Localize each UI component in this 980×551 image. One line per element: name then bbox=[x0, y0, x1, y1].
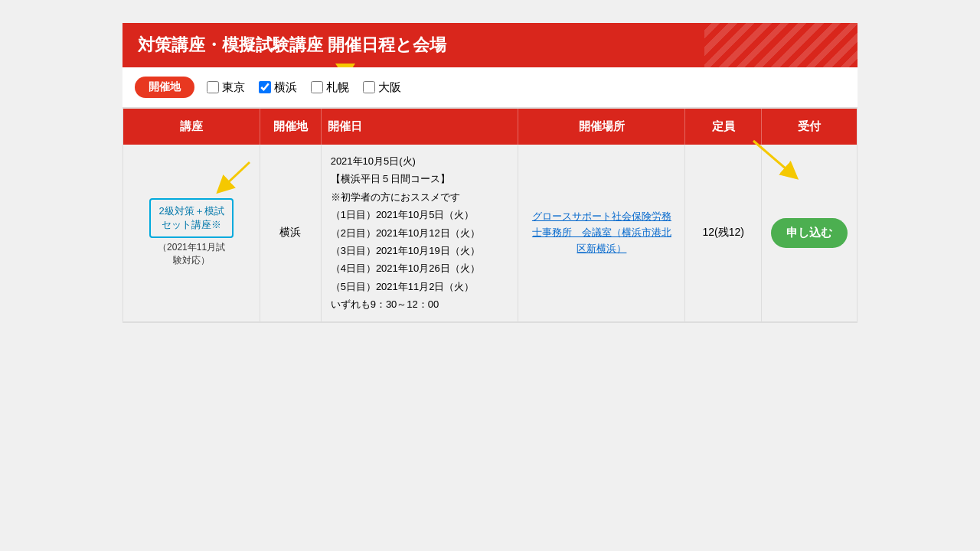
checkbox-tokyo-label: 東京 bbox=[222, 80, 245, 95]
arrow-course-svg bbox=[215, 158, 253, 197]
checkbox-osaka[interactable]: 大阪 bbox=[363, 80, 401, 95]
th-register: 受付 bbox=[761, 109, 857, 145]
header-banner: 対策講座・模擬試験講座 開催日程と会場 bbox=[122, 23, 858, 67]
date-line-5: （2日目）2021年10月12日（火） bbox=[331, 224, 509, 242]
course-info: 2級対策＋模試セット講座※ （2021年11月試験対応） bbox=[132, 198, 250, 267]
date-line-7: （4日目）2021年10月26日（火） bbox=[331, 259, 509, 277]
date-line-1: 2021年10月5日(火) bbox=[331, 152, 509, 170]
page-wrapper: 対策講座・模擬試験講座 開催日程と会場 開催地 東京 横浜 札幌 bbox=[122, 23, 858, 323]
th-course: 講座 bbox=[123, 109, 260, 145]
register-button[interactable]: 申し込む bbox=[771, 218, 848, 248]
capacity-cell: 12(残12) bbox=[685, 145, 762, 321]
date-line-6: （3日目）2021年10月19日（火） bbox=[331, 242, 509, 259]
page-title: 対策講座・模擬試験講座 開催日程と会場 bbox=[138, 34, 842, 57]
checkbox-group: 東京 横浜 札幌 大阪 bbox=[207, 80, 401, 95]
svg-line-1 bbox=[223, 162, 250, 187]
table-wrapper: 講座 開催地 開催日 開催場所 定員 受付 bbox=[122, 108, 858, 323]
schedule-table: 講座 開催地 開催日 開催場所 定員 受付 bbox=[123, 109, 857, 322]
checkbox-osaka-label: 大阪 bbox=[378, 80, 401, 95]
date-line-8: （5日目）2021年11月2日（火） bbox=[331, 278, 509, 295]
checkbox-yokohama-label: 横浜 bbox=[274, 80, 297, 95]
th-capacity: 定員 bbox=[685, 109, 762, 145]
capacity-value: 12(残12) bbox=[702, 226, 743, 238]
course-cell: 2級対策＋模試セット講座※ （2021年11月試験対応） bbox=[123, 145, 260, 321]
checkbox-sapporo-input[interactable] bbox=[311, 81, 323, 93]
checkbox-yokohama[interactable]: 横浜 bbox=[259, 80, 297, 95]
checkbox-sapporo[interactable]: 札幌 bbox=[311, 80, 349, 95]
date-line-2: 【横浜平日５日間コース】 bbox=[331, 170, 509, 187]
checkbox-tokyo[interactable]: 東京 bbox=[207, 80, 245, 95]
th-venue: 開催場所 bbox=[518, 109, 685, 145]
date-line-4: （1日目）2021年10月5日（火） bbox=[331, 206, 509, 223]
location-cell: 横浜 bbox=[260, 145, 322, 321]
date-line-3: ※初学者の方におススメです bbox=[331, 188, 509, 206]
checkbox-yokohama-input[interactable] bbox=[259, 81, 271, 93]
checkbox-sapporo-label: 札幌 bbox=[326, 80, 349, 95]
venue-cell: グロースサポート社会保険労務士事務所 会議室（横浜市港北区新横浜） bbox=[518, 145, 685, 321]
course-sub: （2021年11月試験対応） bbox=[158, 241, 225, 267]
table-row: 2級対策＋模試セット講座※ （2021年11月試験対応） 横浜 bbox=[123, 145, 857, 321]
checkbox-tokyo-input[interactable] bbox=[207, 81, 219, 93]
th-location: 開催地 bbox=[260, 109, 322, 145]
location-value: 横浜 bbox=[279, 226, 301, 238]
course-badge: 2級対策＋模試セット講座※ bbox=[149, 198, 233, 238]
filter-label: 開催地 bbox=[135, 77, 194, 98]
date-line-9: いずれも9：30～12：00 bbox=[331, 295, 509, 313]
filter-row: 開催地 東京 横浜 札幌 大阪 bbox=[122, 67, 858, 108]
date-cell: 2021年10月5日(火) 【横浜平日５日間コース】 ※初学者の方におススメです… bbox=[321, 145, 518, 321]
table-header-row: 講座 開催地 開催日 開催場所 定員 受付 bbox=[123, 109, 857, 145]
checkbox-osaka-input[interactable] bbox=[363, 81, 375, 93]
arrow-to-course bbox=[215, 158, 253, 199]
venue-link[interactable]: グロースサポート社会保険労務士事務所 会議室（横浜市港北区新横浜） bbox=[532, 210, 671, 254]
date-content: 2021年10月5日(火) 【横浜平日５日間コース】 ※初学者の方におススメです… bbox=[331, 152, 509, 314]
register-cell: 申し込む bbox=[761, 145, 857, 321]
th-date: 開催日 bbox=[321, 109, 518, 145]
